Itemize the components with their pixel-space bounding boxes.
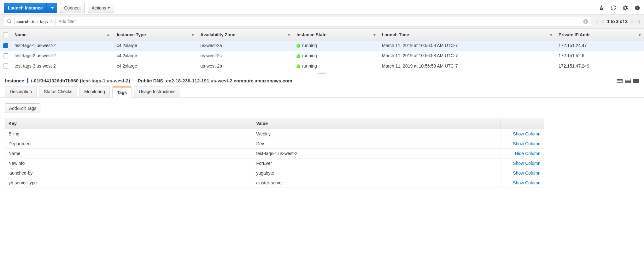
toggle-column-link[interactable]: Show Column [513,131,540,136]
col-instance-type[interactable]: Instance Type▾ [114,29,197,40]
cell-az: us-west-2a [197,40,293,51]
col-checkbox[interactable] [0,29,11,40]
toolbar-right: ? [599,5,640,11]
details-tabs: Description Status Checks Monitoring Tag… [0,86,644,98]
toggle-column-link[interactable]: Show Column [513,161,540,166]
actions-button[interactable]: Actions [88,3,114,13]
connect-button[interactable]: Connect [60,3,85,13]
cell-az: us-west-2c [197,51,293,61]
filter-chip-value: test-tags [32,19,48,24]
cell-state: running [293,51,379,61]
row-checkbox[interactable] [3,43,8,48]
toggle-column-link[interactable]: Show Column [513,170,540,176]
tab-status-checks[interactable]: Status Checks [39,86,77,97]
row-checkbox[interactable] [3,63,8,69]
status-dot-icon [296,64,300,68]
toggle-column-link[interactable]: Show Column [513,180,540,185]
toggle-column-link[interactable]: Show Column [513,141,540,146]
table-row[interactable]: test-tags-1.us-west-2c4.2xlargeus-west-2… [0,40,644,51]
status-dot-icon [296,54,300,58]
pager-last[interactable]: >| [636,19,640,24]
col-state[interactable]: Instance State▾ [293,29,379,40]
filter-box[interactable]: search : test-tags ⓧ ? [4,16,591,27]
cell-type: c4.2xlarge [114,40,197,51]
tags-row: launched-byyugabyteShow Column [5,168,544,178]
filter-chip-key: search [16,19,30,24]
col-private-ip[interactable]: Private IP Addr▾ [555,29,644,40]
tag-key: NewInfo [5,158,253,168]
filter-chip[interactable]: search : test-tags ⓧ [14,18,56,25]
caret-down-icon [108,7,110,9]
col-name[interactable]: Name▲ [11,29,114,40]
filter-row: search : test-tags ⓧ ? |< < 1 to 3 of 3 … [0,15,644,29]
svg-text:?: ? [584,20,586,23]
toggle-column-link[interactable]: Hide Column [515,151,541,156]
svg-point-2 [8,20,10,22]
launch-instance-group: Launch Instance [4,3,57,13]
splitter[interactable] [0,71,644,75]
col-menu-icon: ▾ [192,32,194,37]
tag-value: Weekly [253,129,501,139]
tags-pane: Add/Edit Tags Key Value BilingWeeklyShow… [0,98,644,194]
cell-state: running [293,40,379,51]
tag-key: launched-by [5,168,253,178]
flask-icon[interactable] [599,5,604,11]
table-row[interactable]: test-tags-2.us-west-2c4.2xlargeus-west-2… [0,51,644,61]
tab-usage[interactable]: Usage Instructions [134,86,180,97]
tag-value: ForEver [253,158,501,168]
tab-monitoring[interactable]: Monitoring [79,86,109,97]
caret-down-icon [51,7,54,9]
tab-tags[interactable]: Tags [112,87,132,98]
panel-top-icon[interactable] [617,79,623,83]
filter-help-icon[interactable]: ? [583,19,588,24]
tag-key: Name [5,149,253,158]
tags-col-value[interactable]: Value [253,118,501,129]
dns-value: ec2-18-236-112-191.us-west-2.compute.ama… [166,78,292,83]
tags-row: NewInfoForEverShow Column [5,158,544,168]
pager-first[interactable]: |< [594,19,598,24]
tag-value: test-tags-1.us-west-2 [253,149,501,158]
cell-ip: 172.151.47.249 [555,61,644,71]
table-row[interactable]: test-tags-3.us-west-2c4.2xlargeus-west-2… [0,61,644,71]
launch-instance-button[interactable]: Launch Instance [4,3,47,13]
sort-asc-icon: ▲ [106,32,110,37]
help-icon[interactable]: ? [635,5,640,11]
cell-launch: March 11, 2019 at 10:56:58 AM UTC-7 [379,51,555,61]
refresh-icon[interactable] [611,5,616,11]
instance-value: i-01f3d41326db7b960 (test-tags-1.us-west… [31,78,130,83]
add-edit-tags-button[interactable]: Add/Edit Tags [5,103,40,113]
col-menu-icon: ▾ [639,32,641,37]
tag-value: yugabyte [253,168,501,178]
cell-name: test-tags-3.us-west-2 [11,61,114,71]
launch-instance-dropdown[interactable] [47,3,57,13]
tags-row: BilingWeeklyShow Column [5,129,544,139]
panel-full-icon[interactable] [633,79,639,83]
cell-type: c4.2xlarge [114,61,197,71]
status-dot-icon [296,44,300,48]
col-menu-icon: ▾ [550,32,552,37]
tags-col-key[interactable]: Key [5,118,253,129]
tags-row: yb-server-typecluster-serverShow Column [5,178,544,188]
panel-split-icon[interactable] [625,79,631,83]
svg-text:?: ? [636,6,638,10]
toolbar: Launch Instance Connect Actions ? [0,0,644,15]
search-icon [7,19,12,24]
tab-description[interactable]: Description [5,86,37,97]
col-menu-icon: ▾ [373,32,376,37]
tag-key: Department [5,139,253,149]
gear-icon[interactable] [623,5,628,11]
svg-line-3 [10,22,11,23]
cell-launch: March 11, 2019 at 10:56:58 AM UTC-7 [379,40,555,51]
pager-range: 1 to 3 of 3 [607,19,628,24]
pager-next[interactable]: > [631,19,633,24]
col-az[interactable]: Availability Zone▾ [197,29,293,40]
cell-name: test-tags-1.us-west-2 [11,40,114,51]
col-menu-icon: ▾ [288,32,290,37]
row-checkbox[interactable] [3,53,8,58]
tag-key: yb-server-type [5,178,253,188]
filter-input[interactable] [58,19,583,24]
details-bar: Instance: i-01f3d41326db7b960 (test-tags… [0,75,644,86]
remove-chip-icon[interactable]: ⓧ [50,19,54,24]
col-launch-time[interactable]: Launch Time▾ [379,29,555,40]
pager-prev[interactable]: < [601,19,604,24]
